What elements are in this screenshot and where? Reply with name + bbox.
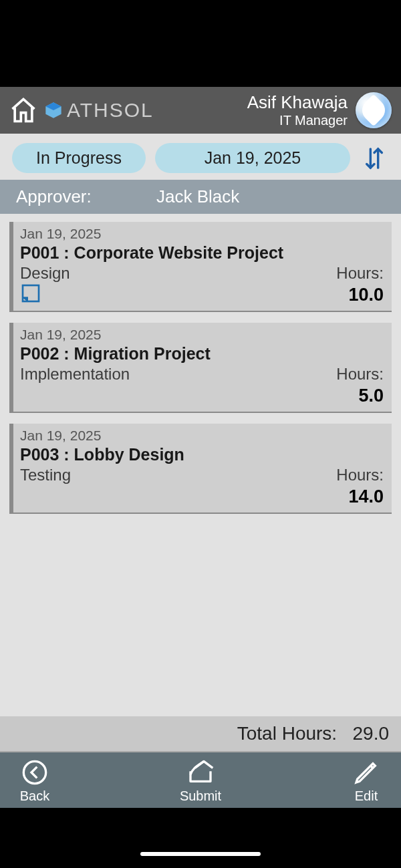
entry-hours-value: 10.0 — [348, 285, 384, 305]
bottom-nav: Back Submit Edit — [0, 752, 401, 808]
entry-hours-label: Hours: — [336, 365, 384, 384]
user-info: Asif Khawaja IT Manager — [247, 92, 348, 128]
device-home-bar — [0, 808, 401, 868]
user-avatar[interactable] — [356, 92, 392, 128]
entry-date: Jan 19, 2025 — [20, 327, 384, 343]
entry-title: P001 : Corporate Website Project — [20, 243, 384, 263]
submit-label: Submit — [180, 788, 221, 804]
time-entry-card[interactable]: Jan 19, 2025P001 : Corporate Website Pro… — [9, 222, 392, 312]
brand-logo-icon — [44, 101, 63, 120]
entry-activity: Testing — [20, 466, 71, 484]
back-chevron-icon — [21, 759, 48, 786]
time-entry-card[interactable]: Jan 19, 2025P003 : Lobby DesignTestingHo… — [9, 424, 392, 514]
status-bar-spacer — [0, 0, 401, 87]
pencil-icon — [353, 759, 380, 786]
entry-activity: Implementation — [20, 365, 130, 384]
sort-arrows-icon — [363, 145, 386, 172]
brand-name: ATHSOL — [67, 99, 154, 122]
entry-note-indicator — [20, 484, 43, 507]
app-header: ATHSOL Asif Khawaja IT Manager — [0, 87, 401, 134]
home-button[interactable] — [5, 92, 41, 128]
status-filter-pill[interactable]: In Progress — [12, 143, 146, 173]
svg-point-3 — [23, 761, 45, 783]
sort-button[interactable] — [360, 144, 389, 173]
edit-label: Edit — [355, 788, 378, 804]
approver-bar: Approver: Jack Black — [0, 180, 401, 214]
home-indicator — [140, 852, 261, 856]
entry-hours-value: 5.0 — [358, 386, 384, 406]
entry-title: P003 : Lobby Design — [20, 445, 384, 464]
approver-label: Approver: — [16, 186, 156, 207]
brand: ATHSOL — [44, 99, 154, 122]
entry-date: Jan 19, 2025 — [20, 428, 384, 444]
entry-note-indicator[interactable] — [20, 283, 43, 305]
entry-title: P002 : Migration Project — [20, 344, 384, 364]
date-filter-pill[interactable]: Jan 19, 2025 — [155, 143, 350, 173]
filter-row: In Progress Jan 19, 2025 — [0, 134, 401, 180]
entry-hours-label: Hours: — [336, 264, 384, 283]
total-hours-row: Total Hours: 29.0 — [0, 716, 401, 752]
entry-activity: Design — [20, 264, 70, 283]
submit-button[interactable]: Submit — [180, 758, 221, 804]
entry-hours-value: 14.0 — [348, 486, 384, 507]
entry-note-indicator — [20, 384, 43, 406]
total-hours-label: Total Hours: — [237, 723, 337, 744]
edit-button[interactable]: Edit — [350, 758, 382, 804]
approver-name: Jack Black — [156, 186, 239, 207]
user-name: Asif Khawaja — [247, 92, 348, 113]
entry-date: Jan 19, 2025 — [20, 226, 384, 242]
total-hours-value: 29.0 — [353, 723, 390, 744]
share-icon — [186, 759, 215, 786]
home-icon — [9, 96, 38, 125]
user-role: IT Manager — [247, 113, 348, 128]
back-button[interactable]: Back — [19, 758, 51, 804]
note-icon — [20, 283, 41, 304]
entries-list: Jan 19, 2025P001 : Corporate Website Pro… — [0, 214, 401, 514]
time-entry-card[interactable]: Jan 19, 2025P002 : Migration ProjectImpl… — [9, 323, 392, 413]
back-label: Back — [20, 788, 49, 804]
entry-hours-label: Hours: — [336, 466, 384, 484]
